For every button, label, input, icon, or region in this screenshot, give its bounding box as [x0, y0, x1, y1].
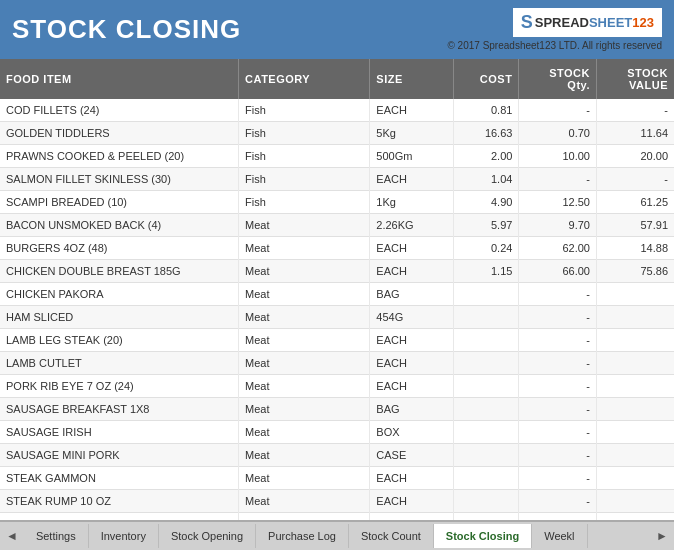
table-row: HAM SLICEDMeat454G-: [0, 306, 674, 329]
table-container: FOOD ITEM CATEGORY SIZE COST STOCK Qty. …: [0, 59, 674, 520]
tab-stock-count[interactable]: Stock Count: [349, 524, 434, 548]
cell-3: 0.81: [453, 99, 519, 122]
cell-5: [596, 513, 674, 521]
cell-1: Meat: [239, 237, 370, 260]
cell-3: [453, 513, 519, 521]
cell-0: SAUSAGE IRISH: [0, 421, 239, 444]
cell-4: -: [519, 283, 597, 306]
cell-4: -: [519, 352, 597, 375]
cell-1: Meat: [239, 490, 370, 513]
cell-1: Fish: [239, 191, 370, 214]
cell-2: 1Kg: [370, 191, 454, 214]
cell-2: EACH: [370, 260, 454, 283]
cell-1: Meat: [239, 283, 370, 306]
cell-0: GOLDEN TIDDLERS: [0, 122, 239, 145]
table-row: CHICKEN DOUBLE BREAST 185GMeatEACH1.1566…: [0, 260, 674, 283]
cell-1: Fish: [239, 122, 370, 145]
cell-2: 454G: [370, 306, 454, 329]
header: STOCK CLOSING S SPREADSHEET123 © 2017 Sp…: [0, 0, 674, 59]
col-food-item: FOOD ITEM: [0, 59, 239, 99]
page-title: STOCK CLOSING: [12, 14, 241, 45]
cell-4: -: [519, 444, 597, 467]
cell-0: LAMB LEG STEAK (20): [0, 329, 239, 352]
cell-2: EACH: [370, 237, 454, 260]
table-row: SCAMPI BREADED (10)Fish1Kg4.9012.5061.25: [0, 191, 674, 214]
cell-0: SAUSAGE BREAKFAST 1X8: [0, 398, 239, 421]
cell-3: [453, 444, 519, 467]
cell-5: [596, 283, 674, 306]
cell-1: Meat: [239, 398, 370, 421]
cell-3: 4.90: [453, 191, 519, 214]
cell-0: PORK RIB EYE 7 OZ (24): [0, 375, 239, 398]
cell-4: -: [519, 168, 597, 191]
cell-5: 14.88: [596, 237, 674, 260]
cell-2: BOX: [370, 421, 454, 444]
cell-4: -: [519, 513, 597, 521]
cell-4: -: [519, 490, 597, 513]
cell-2: BAG: [370, 283, 454, 306]
cell-3: [453, 375, 519, 398]
cell-4: -: [519, 99, 597, 122]
copyright-text: © 2017 Spreadsheet123 LTD. All rights re…: [447, 40, 662, 51]
cell-3: 0.24: [453, 237, 519, 260]
cell-5: [596, 306, 674, 329]
logo-box: S SPREADSHEET123: [513, 8, 662, 37]
logo-s-icon: S: [521, 12, 533, 33]
cell-0: SALMON FILLET SKINLESS (30): [0, 168, 239, 191]
cell-4: 66.00: [519, 260, 597, 283]
cell-0: COD FILLETS (24): [0, 99, 239, 122]
cell-5: [596, 398, 674, 421]
tab-settings[interactable]: Settings: [24, 524, 89, 548]
cell-4: 62.00: [519, 237, 597, 260]
table-row: CHICKEN PAKORAMeatBAG-: [0, 283, 674, 306]
tabs-container: SettingsInventoryStock OpeningPurchase L…: [24, 524, 650, 548]
tab-stock-closing[interactable]: Stock Closing: [434, 524, 532, 548]
cell-5: 11.64: [596, 122, 674, 145]
table-row: GOLDEN TIDDLERSFish5Kg16.630.7011.64: [0, 122, 674, 145]
cell-2: 500Gm: [370, 145, 454, 168]
cell-0: PRAWNS COOKED & PEELED (20): [0, 145, 239, 168]
cell-2: EACH: [370, 490, 454, 513]
cell-5: 61.25: [596, 191, 674, 214]
tab-arrow-right[interactable]: ►: [650, 529, 674, 543]
tab-arrow-left[interactable]: ◄: [0, 529, 24, 543]
tab-stock-opening[interactable]: Stock Opening: [159, 524, 256, 548]
cell-4: -: [519, 329, 597, 352]
cell-3: [453, 352, 519, 375]
cell-3: [453, 421, 519, 444]
cell-1: Fish: [239, 168, 370, 191]
cell-0: LAMB CUTLET: [0, 352, 239, 375]
table-row: SAUSAGE IRISHMeatBOX-: [0, 421, 674, 444]
tab-purchase-log[interactable]: Purchase Log: [256, 524, 349, 548]
cell-2: 8OZ: [370, 513, 454, 521]
tab-weekl[interactable]: Weekl: [532, 524, 587, 548]
cell-5: [596, 444, 674, 467]
cell-0: STEAK SIRLOIN: [0, 513, 239, 521]
cell-4: 9.70: [519, 214, 597, 237]
cell-1: Meat: [239, 513, 370, 521]
table-row: PRAWNS COOKED & PEELED (20)Fish500Gm2.00…: [0, 145, 674, 168]
cell-1: Meat: [239, 444, 370, 467]
cell-4: -: [519, 375, 597, 398]
cell-1: Meat: [239, 467, 370, 490]
cell-0: SAUSAGE MINI PORK: [0, 444, 239, 467]
cell-0: STEAK GAMMON: [0, 467, 239, 490]
cell-1: Meat: [239, 260, 370, 283]
cell-2: 2.26KG: [370, 214, 454, 237]
cell-4: -: [519, 398, 597, 421]
cell-5: [596, 352, 674, 375]
cell-2: EACH: [370, 99, 454, 122]
cell-1: Fish: [239, 145, 370, 168]
tab-inventory[interactable]: Inventory: [89, 524, 159, 548]
cell-5: [596, 375, 674, 398]
cell-1: Meat: [239, 329, 370, 352]
cell-2: EACH: [370, 168, 454, 191]
cell-0: BURGERS 4OZ (48): [0, 237, 239, 260]
table-row: SALMON FILLET SKINLESS (30)FishEACH1.04-…: [0, 168, 674, 191]
cell-2: EACH: [370, 375, 454, 398]
cell-4: 12.50: [519, 191, 597, 214]
table-row: PORK RIB EYE 7 OZ (24)MeatEACH-: [0, 375, 674, 398]
cell-4: -: [519, 306, 597, 329]
table-row: STEAK GAMMONMeatEACH-: [0, 467, 674, 490]
stock-table: FOOD ITEM CATEGORY SIZE COST STOCK Qty. …: [0, 59, 674, 520]
